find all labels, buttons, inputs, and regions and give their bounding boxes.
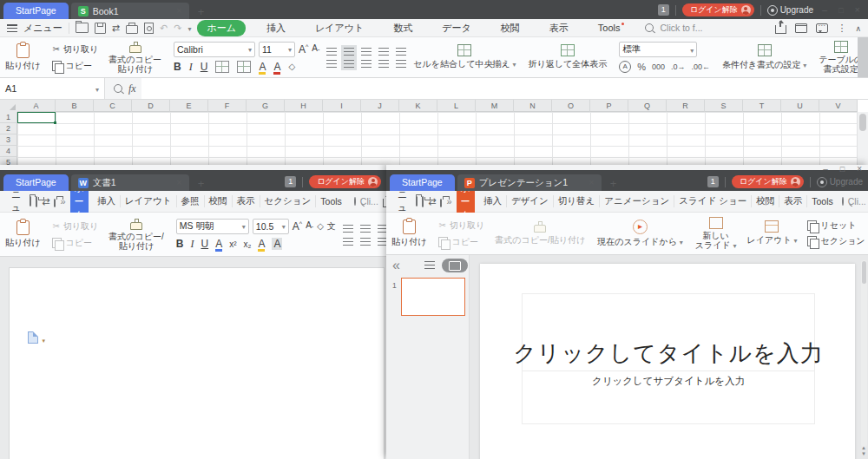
paste-button[interactable]: 貼り付け — [0, 213, 45, 256]
presentation-startpage-tab[interactable]: StartPage — [390, 174, 455, 191]
ribbon-scroll-strip[interactable] — [858, 37, 868, 77]
menu-item[interactable]: 表示 — [233, 195, 260, 207]
print-icon[interactable] — [440, 199, 442, 207]
align-center-button[interactable] — [360, 238, 371, 246]
indent-increase-button[interactable] — [396, 48, 406, 56]
cut-button[interactable]: 切り取り — [438, 220, 484, 232]
open-file-icon[interactable] — [30, 196, 31, 207]
column-header[interactable]: Q — [628, 100, 667, 112]
column-header[interactable]: O — [552, 100, 590, 112]
reset-button[interactable]: リセット — [807, 220, 868, 232]
insert-function-icon[interactable] — [114, 84, 122, 93]
slide-view-toggle[interactable] — [442, 259, 468, 272]
notification-badge[interactable]: 1 — [658, 4, 669, 16]
redo-icon[interactable] — [174, 23, 181, 33]
justify-button[interactable] — [378, 60, 389, 68]
hamburger-menu-icon[interactable] — [7, 24, 17, 32]
close-button[interactable] — [854, 165, 865, 174]
writer-document-tab[interactable]: W 文書1 — [71, 174, 189, 191]
close-tab-icon[interactable] — [176, 6, 181, 16]
font-name-select[interactable]: MS 明朝 — [176, 219, 249, 234]
embedded-document-icon[interactable] — [28, 331, 38, 344]
superscript-button[interactable]: x² — [229, 239, 236, 249]
format-painter-button[interactable]: 書式のコピー/貼り付け — [490, 213, 590, 254]
decrease-decimal-button[interactable]: .00← — [692, 62, 711, 71]
menu-item[interactable]: 校閲 — [486, 22, 535, 35]
tab-home[interactable]: ホーム — [197, 20, 246, 36]
layout-button[interactable]: レイアウト — [741, 213, 802, 254]
close-button[interactable] — [852, 5, 863, 15]
new-slide-button[interactable]: 新しいスライド — [690, 213, 742, 254]
logout-button[interactable]: ログイン解除 — [682, 3, 754, 16]
font-name-select[interactable]: Calibri — [174, 42, 255, 57]
menu-item[interactable]: 表示 — [535, 22, 583, 35]
italic-button[interactable]: I — [189, 61, 193, 74]
menu-item[interactable]: Tools — [583, 23, 640, 33]
title-placeholder[interactable]: クリックしてタイトルを入力 — [522, 293, 815, 371]
collapse-ribbon-icon[interactable] — [855, 23, 861, 33]
maximize-button[interactable] — [838, 165, 847, 174]
font-size-select[interactable]: 10.5 — [253, 219, 289, 234]
cut-button[interactable]: 切り取り — [52, 220, 98, 233]
indent-decrease-button[interactable] — [378, 48, 389, 56]
logout-button[interactable]: ログイン解除 — [732, 175, 804, 188]
minimize-button[interactable] — [819, 5, 830, 15]
copy-button[interactable]: コピー — [438, 236, 484, 248]
column-header[interactable]: T — [743, 100, 781, 112]
column-header[interactable]: I — [323, 100, 361, 112]
grid-scrollbar[interactable] — [857, 112, 868, 172]
menu-item[interactable]: 表示 — [779, 195, 807, 207]
outline-view-icon[interactable] — [424, 261, 435, 270]
column-header[interactable]: V — [819, 100, 858, 112]
print-icon[interactable] — [54, 199, 56, 207]
menu-item[interactable]: スライド ショー — [674, 195, 752, 207]
currency-format-button[interactable]: A — [619, 61, 631, 73]
menu-item[interactable]: Tools — [316, 196, 346, 207]
column-header[interactable]: H — [285, 100, 323, 112]
italic-button[interactable]: I — [190, 238, 194, 251]
subtitle-placeholder[interactable]: クリックしてサブタイトルを入力 — [522, 370, 815, 424]
row-header[interactable]: 2 — [0, 123, 17, 134]
shrink-font-button[interactable]: Aˇ — [306, 220, 313, 232]
phonetic-guide-button[interactable]: 文 — [327, 220, 336, 233]
close-tab-icon[interactable] — [589, 178, 594, 187]
minimize-button[interactable] — [820, 165, 831, 174]
open-file-icon[interactable] — [76, 23, 89, 33]
align-middle-button[interactable] — [344, 48, 354, 56]
align-left-button[interactable] — [343, 238, 353, 246]
menu-item[interactable]: 校閲 — [205, 195, 233, 207]
menu-item[interactable]: レイアウト — [121, 195, 177, 207]
switch-window-icon[interactable] — [795, 23, 807, 33]
menu-item[interactable]: 挿入 — [479, 195, 507, 207]
increase-decimal-button[interactable]: .0→ — [671, 62, 686, 71]
wrap-text-button[interactable]: 折り返して全体表示 — [523, 37, 613, 77]
column-header[interactable]: E — [170, 100, 208, 112]
search-box[interactable]: Click to f... — [660, 23, 702, 33]
play-from-current-button[interactable]: 現在のスライドから — [592, 213, 687, 254]
subscript-button[interactable]: x₂ — [244, 239, 252, 249]
comma-format-button[interactable]: 000 — [652, 62, 665, 71]
grow-font-button[interactable]: A^ — [299, 43, 308, 56]
column-header[interactable]: C — [94, 100, 132, 112]
column-header[interactable]: R — [667, 100, 705, 112]
clear-format-button[interactable] — [317, 222, 324, 231]
name-box-dropdown-icon[interactable] — [95, 84, 99, 94]
copy-button[interactable]: コピー — [52, 60, 98, 72]
bold-button[interactable]: B — [176, 238, 184, 250]
column-header[interactable]: J — [361, 100, 399, 112]
underline-button[interactable]: U — [201, 238, 208, 250]
column-header[interactable]: L — [437, 100, 476, 112]
writer-page[interactable] — [9, 267, 385, 459]
menu-item[interactable]: 挿入 — [252, 22, 300, 35]
numbering-button[interactable] — [360, 225, 371, 233]
align-right-button[interactable] — [378, 238, 386, 246]
new-tab-button[interactable] — [610, 178, 617, 189]
select-all-corner[interactable] — [0, 100, 18, 113]
format-painter-button[interactable]: 書式のコピー貼り付け — [103, 37, 167, 77]
column-header[interactable]: U — [781, 100, 819, 112]
save-icon[interactable] — [422, 196, 424, 207]
more-options-icon[interactable] — [837, 23, 846, 33]
align-center-button[interactable] — [344, 60, 354, 68]
column-header[interactable]: B — [56, 100, 94, 112]
menu-item[interactable]: 参照 — [177, 195, 205, 207]
